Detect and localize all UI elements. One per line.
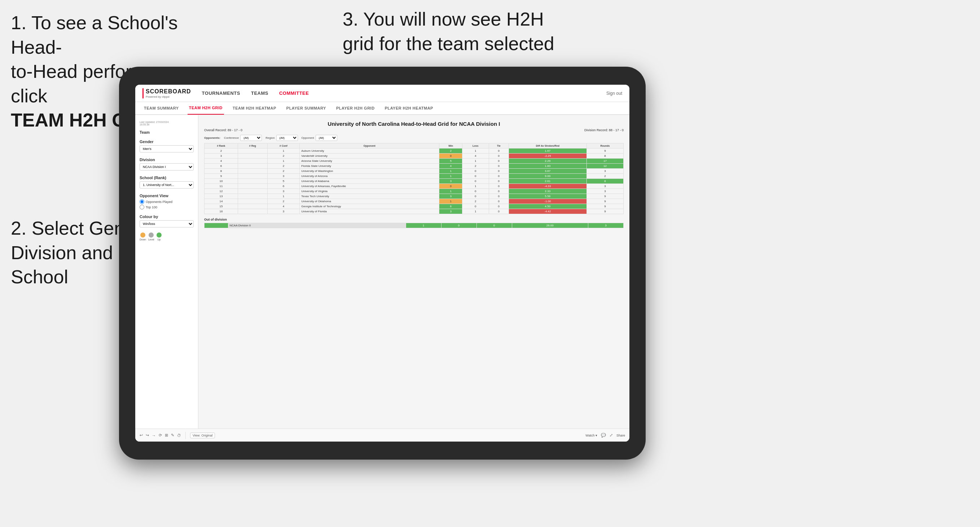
cell-reg	[238, 184, 267, 189]
cell-diff: 3.67	[509, 169, 587, 174]
cell-win: 1	[439, 199, 462, 204]
sidebar-opponents-played-radio[interactable]: Opponents Played	[140, 199, 194, 204]
cell-conf: 5	[267, 179, 300, 184]
watch-button[interactable]: Watch ▾	[585, 433, 597, 437]
sidebar-colour-by-select[interactable]: Win/loss	[140, 220, 194, 227]
cell-win: 3	[439, 209, 462, 214]
cell-win: 4	[439, 163, 462, 169]
sub-nav-player-summary[interactable]: PLAYER SUMMARY	[285, 102, 328, 114]
grid-title: University of North Carolina Head-to-Hea…	[204, 121, 624, 127]
cell-reg	[238, 174, 267, 179]
cell-conf: 1	[267, 149, 300, 154]
sub-nav-player-h2h-grid[interactable]: PLAYER H2H GRID	[335, 102, 376, 114]
sidebar-division-select[interactable]: NCAA Division I	[140, 163, 194, 170]
edit-icon[interactable]: ✎	[171, 433, 174, 438]
col-loss: Loss	[462, 143, 489, 149]
cell-loss: 1	[462, 159, 489, 163]
cell-tie: 0	[489, 184, 509, 189]
cell-tie: 0	[489, 169, 509, 174]
cell-conf: 2	[267, 199, 300, 204]
forward-icon[interactable]: →	[152, 433, 156, 438]
sub-nav-player-h2h-heatmap[interactable]: PLAYER H2H HEATMAP	[383, 102, 434, 114]
cell-conf: 6	[267, 184, 300, 189]
cell-loss: 1	[462, 149, 489, 154]
nav-tournaments[interactable]: TOURNAMENTS	[202, 90, 240, 96]
col-win: Win	[439, 143, 462, 149]
cell-rounds: 8	[587, 179, 623, 184]
sidebar-top100-radio[interactable]: Top 100	[140, 205, 194, 210]
conference-select[interactable]: (All)	[240, 135, 262, 141]
sub-nav-team-h2h-heatmap[interactable]: TEAM H2H HEATMAP	[231, 102, 278, 114]
ood-tie: 0	[476, 223, 512, 228]
cell-diff: -4.42	[509, 209, 587, 214]
cell-rank: 2	[205, 149, 238, 154]
cell-conf: 2	[267, 169, 300, 174]
sidebar-division-section: Division NCAA Division I	[140, 157, 194, 170]
cell-tie: 0	[489, 204, 509, 209]
grid-records: Overall Record: 89 - 17 - 0 Division Rec…	[204, 128, 624, 132]
refresh-icon[interactable]: ⟳	[159, 433, 162, 438]
col-diff: Diff Av Strokes/Rnd	[509, 143, 587, 149]
sidebar-gender-select[interactable]: Men's	[140, 145, 194, 152]
filters-row: Opponents: Conference (All) Region (All)	[204, 135, 624, 141]
tablet-screen: SCOREBOARD Powered by clippd TOURNAMENTS…	[135, 85, 629, 441]
cell-tie: 0	[489, 159, 509, 163]
cell-rank: 12	[205, 189, 238, 194]
comment-icon[interactable]: 💬	[601, 433, 606, 438]
cell-reg	[238, 179, 267, 184]
cell-loss: 2	[462, 163, 489, 169]
share-button[interactable]: Share	[616, 433, 625, 437]
opponent-select[interactable]: (All)	[316, 135, 337, 141]
region-select[interactable]: (All)	[276, 135, 298, 141]
sign-out-link[interactable]: Sign out	[606, 91, 622, 96]
redo-icon[interactable]: ↪	[146, 433, 149, 438]
undo-icon[interactable]: ↩	[140, 433, 143, 438]
cell-opponent: University of Virginia	[300, 189, 439, 194]
clock-icon[interactable]: ⏱	[177, 433, 181, 438]
sidebar-team-section: Team	[140, 130, 194, 135]
sub-nav-team-summary[interactable]: TEAM SUMMARY	[143, 102, 180, 114]
out-of-division-label: Out of division	[204, 218, 624, 221]
cell-opponent: Arizona State University	[300, 159, 439, 163]
cell-diff: 4.50	[509, 204, 587, 209]
annotation-3: 3. You will now see H2H grid for the tea…	[343, 7, 588, 56]
cell-rank: 4	[205, 159, 238, 163]
tablet: SCOREBOARD Powered by clippd TOURNAMENTS…	[119, 67, 646, 460]
legend: Down Level Up	[140, 232, 194, 241]
sub-nav-team-h2h-grid[interactable]: TEAM H2H GRID	[188, 102, 224, 114]
logo-sub: Powered by clippd	[146, 95, 191, 98]
toolbar-separator	[185, 432, 186, 439]
cell-loss: 0	[462, 194, 489, 199]
cell-loss: 0	[462, 189, 489, 194]
cell-tie: 0	[489, 209, 509, 214]
nav-teams[interactable]: TEAMS	[251, 90, 268, 96]
sidebar-division-label: Division	[140, 157, 194, 162]
crop-icon[interactable]: ⊞	[165, 433, 168, 438]
cell-loss: 2	[462, 199, 489, 204]
cell-rank: 3	[205, 154, 238, 159]
cell-opponent: University of Arkansas, Fayetteville	[300, 184, 439, 189]
cell-conf: 2	[267, 154, 300, 159]
sidebar-school-select[interactable]: 1. University of Nort...	[140, 181, 194, 189]
cell-rank: 8	[205, 169, 238, 174]
cell-conf: 3	[267, 174, 300, 179]
filter-conference: Conference (All)	[224, 135, 262, 141]
table-row: 12 3 University of Virginia 1 0 0 2.33 3	[205, 189, 624, 194]
cell-tie: 0	[489, 189, 509, 194]
cell-conf: 1	[267, 159, 300, 163]
table-row: 14 2 University of Oklahoma 1 2 0 -1.00 …	[205, 199, 624, 204]
cell-diff: 2.29	[509, 159, 587, 163]
nav-committee[interactable]: COMMITTEE	[279, 90, 309, 96]
view-original-button[interactable]: View: Original	[190, 433, 215, 438]
cell-win: 2	[439, 149, 462, 154]
legend-up: Up	[156, 232, 162, 241]
sidebar-opponent-view-section: Opponent View Opponents Played Top 100	[140, 194, 194, 210]
last-updated: Last Updated: 27/03/2024 16:55:38	[140, 121, 194, 126]
fullscreen-icon[interactable]: ⤢	[609, 433, 613, 438]
sub-nav: TEAM SUMMARY TEAM H2H GRID TEAM H2H HEAT…	[135, 102, 629, 115]
sidebar-school-label: School (Rank)	[140, 176, 194, 180]
cell-diff: -2.29	[509, 154, 587, 159]
cell-reg	[238, 204, 267, 209]
cell-conf: 4	[267, 204, 300, 209]
cell-tie: 0	[489, 154, 509, 159]
